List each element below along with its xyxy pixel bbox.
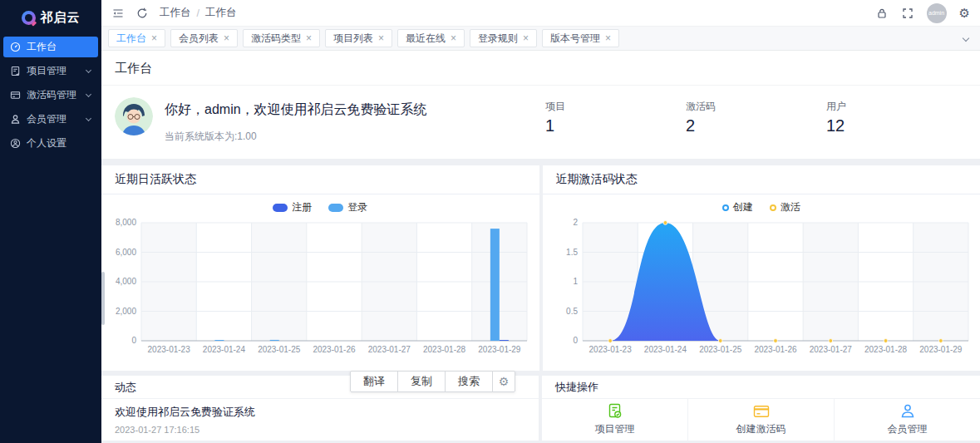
svg-text:0: 0 [131, 336, 136, 345]
tab-3[interactable]: 项目列表× [325, 29, 392, 47]
daily-activity-card: 近期日活跃状态 注册登录 02,0004,0006,0008,0002023-0… [101, 165, 539, 371]
activation-code-chart[interactable]: 00.511.522023-01-232023-01-242023-01-252… [548, 216, 976, 364]
brand-name: 祁启云 [41, 10, 81, 26]
app-window: 祁启云 工作台项目管理激活码管理会员管理个人设置 工作台 / 工作台 [0, 0, 980, 443]
quick-action-label: 创建激活码 [736, 422, 786, 436]
sidebar-item-4[interactable]: 个人设置 [3, 133, 98, 154]
chevron-down-icon [86, 91, 91, 97]
legend-marker-icon [722, 204, 729, 211]
user-avatar[interactable]: admin [927, 3, 947, 23]
tab-4[interactable]: 最近在线× [397, 29, 465, 47]
svg-text:2023-01-28: 2023-01-28 [423, 345, 466, 354]
toolbar-button-0[interactable]: 翻译 [350, 371, 398, 392]
svg-text:2023-01-26: 2023-01-26 [754, 345, 797, 354]
toolbar-button-1[interactable]: 复制 [397, 371, 446, 392]
svg-text:2023-01-24: 2023-01-24 [203, 345, 246, 354]
tab-label: 版本号管理 [550, 32, 600, 46]
quick-actions-body: 项目管理创建激活码会员管理 [542, 399, 980, 441]
svg-text:2023-01-23: 2023-01-23 [148, 345, 191, 354]
tab-2[interactable]: 激活码类型× [243, 29, 320, 47]
legend-item-登录[interactable]: 登录 [328, 200, 367, 214]
tab-6[interactable]: 版本号管理× [542, 29, 619, 47]
activity-feed-card: 翻译复制搜索⚙ 动态 欢迎使用祁启云免费验证系统 2023-01-27 17:1… [101, 376, 539, 441]
close-tab-icon[interactable]: × [523, 33, 529, 43]
svg-text:2023-01-23: 2023-01-23 [588, 345, 632, 354]
legend-item-创建[interactable]: 创建 [722, 200, 753, 214]
legend-label: 登录 [347, 200, 367, 214]
breadcrumb: 工作台 / 工作台 [160, 6, 236, 20]
tab-1[interactable]: 会员列表× [170, 29, 238, 47]
quick-action-label: 项目管理 [595, 422, 635, 436]
svg-text:2023-01-29: 2023-01-29 [478, 345, 521, 354]
lock-screen-icon[interactable] [875, 7, 889, 20]
breadcrumb-item[interactable]: 工作台 [160, 6, 191, 20]
project-manage-icon [607, 403, 623, 420]
sidebar-item-label: 项目管理 [27, 64, 66, 78]
create-code-icon [753, 403, 770, 420]
tab-5[interactable]: 登录规则× [470, 29, 537, 47]
tab-0[interactable]: 工作台× [108, 29, 165, 47]
fullscreen-icon[interactable] [901, 7, 914, 20]
settings-gear-icon[interactable]: ⚙ [959, 7, 970, 19]
svg-text:2023-01-25: 2023-01-25 [258, 345, 301, 354]
svg-text:2023-01-27: 2023-01-27 [368, 345, 411, 354]
tab-label: 登录规则 [478, 32, 518, 46]
quick-action-0[interactable]: 项目管理 [542, 399, 687, 441]
activation-icon [10, 90, 21, 101]
toolbar-button-2[interactable]: 搜索 [445, 371, 493, 392]
collapse-sidebar-icon[interactable] [111, 7, 125, 20]
toolbar-gear-icon[interactable]: ⚙ [492, 371, 515, 392]
sidebar-item-0[interactable]: 工作台 [3, 37, 98, 57]
legend-item-激活[interactable]: 激活 [770, 200, 800, 214]
sidebar: 祁启云 工作台项目管理激活码管理会员管理个人设置 [0, 0, 101, 443]
workbench-header-block: 工作台 [101, 51, 980, 159]
svg-text:8,000: 8,000 [116, 218, 136, 227]
stat-value: 1 [545, 116, 686, 135]
quick-actions-title: 快捷操作 [542, 376, 980, 399]
close-tab-icon[interactable]: × [605, 33, 611, 43]
legend-label: 注册 [292, 200, 312, 214]
close-tab-icon[interactable]: × [224, 33, 229, 43]
page-content: 工作台 [101, 51, 980, 443]
svg-text:2: 2 [573, 218, 578, 227]
legend-item-注册[interactable]: 注册 [273, 200, 312, 214]
stat-label: 用户 [826, 100, 967, 114]
quick-actions-card: 快捷操作 项目管理创建激活码会员管理 [542, 376, 980, 441]
welcome-greeting: 你好，admin，欢迎使用祁启云免费验证系统 [165, 101, 427, 119]
activation-code-legend: 创建激活 [543, 194, 980, 216]
sidebar-item-3[interactable]: 会员管理 [3, 109, 98, 130]
brand[interactable]: 祁启云 [0, 0, 101, 35]
sidebar-item-label: 个人设置 [27, 136, 66, 150]
sidebar-item-1[interactable]: 项目管理 [3, 61, 98, 81]
quick-action-2[interactable]: 会员管理 [834, 399, 980, 441]
member-icon [10, 114, 21, 125]
daily-activity-chart[interactable]: 02,0004,0006,0008,0002023-01-232023-01-2… [106, 216, 534, 364]
tab-label: 项目列表 [333, 32, 373, 46]
tab-label: 最近在线 [406, 32, 446, 46]
legend-marker-icon [328, 204, 343, 212]
dashboard-icon [10, 42, 21, 52]
legend-marker-icon [273, 204, 288, 212]
svg-text:6,000: 6,000 [116, 248, 136, 257]
refresh-icon[interactable] [135, 7, 149, 20]
stat-0: 项目1 [545, 100, 686, 135]
legend-marker-icon [770, 204, 776, 211]
project-icon [10, 66, 21, 76]
activation-code-card: 近期激活码状态 创建激活 00.511.522023-01-232023-01-… [543, 165, 980, 371]
stats-row: 项目1激活码2用户12 [545, 97, 967, 135]
close-tab-icon[interactable]: × [151, 33, 157, 43]
breadcrumb-item-current: 工作台 [205, 6, 237, 20]
sidebar-item-2[interactable]: 激活码管理 [3, 85, 98, 106]
svg-text:4,000: 4,000 [116, 277, 136, 286]
chevron-down-icon [86, 67, 91, 73]
quick-action-1[interactable]: 创建激活码 [687, 399, 834, 441]
quick-action-label: 会员管理 [888, 422, 928, 436]
page-title: 工作台 [101, 51, 980, 86]
close-tab-icon[interactable]: × [378, 33, 384, 43]
scrollbar-thumb[interactable] [101, 272, 105, 325]
close-tab-icon[interactable]: × [306, 33, 312, 43]
brand-logo-icon [22, 11, 36, 25]
tab-list-chevron-down-icon[interactable] [963, 35, 969, 42]
close-tab-icon[interactable]: × [451, 33, 456, 43]
stat-value: 12 [826, 116, 967, 135]
